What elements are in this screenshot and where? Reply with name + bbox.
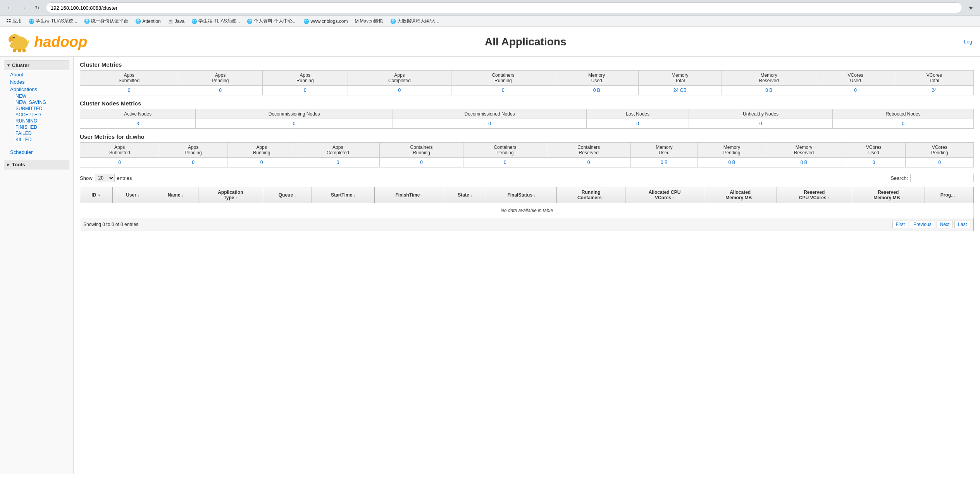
page-layout: hadoop All Applications Log ▼ Cluster Ab… bbox=[0, 27, 980, 474]
val-apps-pending[interactable]: 0 bbox=[178, 86, 263, 95]
sidebar-item-new[interactable]: NEW bbox=[14, 93, 69, 99]
sidebar-item-submitted[interactable]: SUBMITTED bbox=[14, 105, 69, 112]
val-apps-completed[interactable]: 0 bbox=[348, 86, 451, 95]
col-allocated-memory[interactable]: AllocatedMemory MB ↕ bbox=[704, 187, 777, 203]
bookmark-java[interactable]: ☕ Java bbox=[165, 18, 187, 25]
val-active-nodes[interactable]: 3 bbox=[80, 119, 196, 129]
val-decommissioning-nodes[interactable]: 0 bbox=[196, 119, 393, 129]
sidebar-item-accepted[interactable]: ACCEPTED bbox=[14, 112, 69, 118]
bookmark-apps[interactable]: ☷ 应用 bbox=[4, 17, 24, 25]
col-allocated-cpu[interactable]: Allocated CPUVCores ↕ bbox=[625, 187, 704, 203]
site-header: hadoop All Applications Log bbox=[0, 27, 980, 57]
val-lost-nodes[interactable]: 0 bbox=[587, 119, 689, 129]
tools-section-header[interactable]: ► Tools bbox=[4, 160, 69, 169]
val-vcores-used: 0 bbox=[816, 86, 895, 95]
col-application-type[interactable]: ApplicationType ↕ bbox=[198, 187, 263, 203]
reload-button[interactable]: ↻ bbox=[32, 2, 43, 13]
col-reserved-memory[interactable]: ReservedMemory MB ↕ bbox=[852, 187, 925, 203]
sidebar-item-about[interactable]: About bbox=[9, 71, 69, 78]
val-u-containers-running: 0 bbox=[380, 158, 463, 167]
forward-button[interactable]: → bbox=[18, 2, 29, 13]
bookmark-button[interactable]: ★ bbox=[965, 2, 976, 13]
svg-rect-5 bbox=[13, 49, 16, 52]
previous-button[interactable]: Previous bbox=[910, 221, 935, 228]
first-button[interactable]: First bbox=[892, 221, 908, 228]
val-u-memory-used: 0 B bbox=[630, 158, 698, 167]
applications-table: ID ▼ User ↕ Name ↕ ApplicationType ↕ Que… bbox=[80, 187, 974, 218]
val-memory-reserved: 0 B bbox=[722, 86, 816, 95]
sort-resmem-icon: ↕ bbox=[901, 196, 903, 200]
sidebar-item-running[interactable]: RUNNING bbox=[14, 118, 69, 124]
val-apps-submitted[interactable]: 0 bbox=[80, 86, 178, 95]
col-progress[interactable]: Prog... ↕ bbox=[925, 187, 973, 203]
bookmark-cnblogs[interactable]: 🌐 个人资料-个人中心... bbox=[245, 17, 299, 25]
val-apps-running[interactable]: 0 bbox=[262, 86, 348, 95]
col-finishtime[interactable]: FinishTime ↕ bbox=[375, 187, 444, 203]
entries-select[interactable]: 10 20 25 50 100 bbox=[95, 174, 115, 182]
col-rebooted-nodes: Rebooted Nodes bbox=[832, 109, 973, 119]
val-unhealthy-nodes[interactable]: 0 bbox=[689, 119, 833, 129]
back-button[interactable]: ← bbox=[4, 2, 15, 13]
log-link[interactable]: Log bbox=[964, 39, 972, 45]
col-id[interactable]: ID ▼ bbox=[80, 187, 113, 203]
bookmark-tlias2[interactable]: 🌐 学生端-TLIAS系统... bbox=[189, 17, 242, 25]
bookmark-maven2[interactable]: M Maven架包 bbox=[352, 17, 385, 25]
cluster-metrics-table: AppsSubmitted AppsPending AppsRunning Ap… bbox=[80, 70, 974, 95]
val-decommissioned-nodes[interactable]: 0 bbox=[393, 119, 587, 129]
col-running-containers[interactable]: RunningContainers ↕ bbox=[556, 187, 625, 203]
sidebar-item-new-saving[interactable]: NEW_SAVING bbox=[14, 99, 69, 105]
bookmark-bigdata[interactable]: 🌐 大数据课程大纲/大... bbox=[388, 17, 442, 25]
hadoop-logo-text: hadoop bbox=[34, 35, 87, 49]
sidebar-item-scheduler[interactable]: Scheduler bbox=[9, 148, 69, 156]
val-u-containers-reserved: 0 bbox=[547, 158, 630, 167]
bookmark-tlias1-label: 学生端-TLIAS系统... bbox=[36, 18, 77, 24]
col-u-vcores-used: VCoresUsed bbox=[842, 143, 906, 158]
sort-finalstatus-icon: ↕ bbox=[534, 193, 536, 197]
sidebar-item-nodes[interactable]: Nodes bbox=[9, 78, 69, 86]
hadoop-logo: hadoop bbox=[8, 31, 87, 52]
val-rebooted-nodes[interactable]: 0 bbox=[832, 119, 973, 129]
col-queue[interactable]: Queue ↕ bbox=[263, 187, 312, 203]
col-reserved-cpu[interactable]: ReservedCPU VCores ↕ bbox=[777, 187, 852, 203]
sidebar-item-finished[interactable]: FINISHED bbox=[14, 124, 69, 130]
last-button[interactable]: Last bbox=[954, 221, 970, 228]
col-finalstatus[interactable]: FinalStatus ↕ bbox=[486, 187, 557, 203]
col-u-containers-running: ContainersRunning bbox=[380, 143, 463, 158]
sort-id-icon: ▼ bbox=[98, 193, 101, 197]
col-starttime[interactable]: StartTime ↕ bbox=[312, 187, 374, 203]
address-bar[interactable] bbox=[46, 2, 962, 13]
bookmark-auth[interactable]: 🌐 统一身份认证平台 bbox=[82, 17, 131, 25]
svg-rect-7 bbox=[22, 49, 26, 52]
hadoop-elephant-icon bbox=[8, 31, 31, 52]
col-u-apps-completed: AppsCompleted bbox=[296, 143, 380, 158]
sidebar: ▼ Cluster About Nodes Applications NEW N… bbox=[0, 57, 74, 474]
bookmark-auth-label: 统一身份认证平台 bbox=[91, 18, 128, 24]
col-user[interactable]: User ↕ bbox=[112, 187, 153, 203]
cluster-section-header[interactable]: ▼ Cluster bbox=[4, 60, 69, 70]
val-u-memory-pending: 0 B bbox=[698, 158, 766, 167]
col-apps-completed: AppsCompleted bbox=[348, 71, 451, 86]
val-u-apps-submitted: 0 bbox=[80, 158, 159, 167]
next-button[interactable]: Next bbox=[937, 221, 953, 228]
sidebar-item-killed[interactable]: KILLED bbox=[14, 136, 69, 143]
search-input[interactable] bbox=[910, 174, 974, 182]
sidebar-item-applications[interactable]: Applications bbox=[9, 86, 69, 93]
show-entries-right: Search: bbox=[890, 174, 974, 182]
val-u-containers-pending: 0 bbox=[463, 158, 547, 167]
show-label: Show bbox=[80, 175, 93, 181]
col-u-apps-running: AppsRunning bbox=[227, 143, 296, 158]
sidebar-item-failed[interactable]: FAILED bbox=[14, 130, 69, 136]
show-entries-left: Show 10 20 25 50 100 entries bbox=[80, 174, 132, 182]
col-u-vcores-pending: VCoresPending bbox=[906, 143, 974, 158]
bookmark-tlias1[interactable]: 🌐 学生端-TLIAS系统... bbox=[26, 17, 79, 25]
cluster-label: Cluster bbox=[12, 62, 29, 68]
bookmark-maven[interactable]: 🌐 www.cnblogs.com bbox=[301, 18, 350, 25]
applications-subnav: NEW NEW_SAVING SUBMITTED ACCEPTED RUNNIN… bbox=[9, 93, 69, 143]
col-name[interactable]: Name ↕ bbox=[153, 187, 198, 203]
col-state[interactable]: State ↕ bbox=[444, 187, 486, 203]
tools-section: ► Tools bbox=[4, 160, 69, 169]
col-containers-running: ContainersRunning bbox=[451, 71, 555, 86]
bookmark-attention[interactable]: 🌐 Attention bbox=[133, 18, 163, 25]
tools-label: Tools bbox=[12, 162, 25, 167]
tools-arrow-icon: ► bbox=[7, 162, 10, 167]
